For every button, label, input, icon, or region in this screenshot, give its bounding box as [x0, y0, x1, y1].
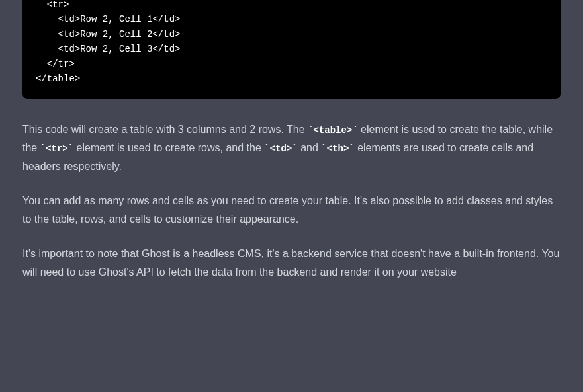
code-line: <td>Row 2, Cell 3</td>	[36, 42, 547, 56]
text-segment: This code will create a table with 3 col…	[22, 124, 308, 135]
code-line: <td>Row 2, Cell 2</td>	[36, 27, 547, 42]
code-line: </tr>	[36, 57, 547, 71]
code-line: </table>	[36, 71, 547, 86]
code-line: <td>Row 2, Cell 1</td>	[36, 12, 547, 26]
inline-code-tr: `<tr>`	[40, 143, 73, 154]
text-segment: and	[298, 142, 322, 153]
explanation-paragraph-2: You can add as many rows and cells as yo…	[22, 192, 561, 229]
inline-code-table: `<table>`	[308, 125, 358, 136]
inline-code-td: `<td>`	[264, 143, 297, 154]
code-block: <tr> <td>Row 2, Cell 1</td> <td>Row 2, C…	[22, 0, 561, 99]
code-line: <tr>	[36, 0, 547, 12]
code-content: <tr> <td>Row 2, Cell 1</td> <td>Row 2, C…	[36, 0, 547, 86]
text-segment: element is used to create rows, and the	[73, 142, 264, 153]
explanation-paragraph-1: This code will create a table with 3 col…	[22, 120, 561, 176]
explanation-paragraph-3: It's important to note that Ghost is a h…	[22, 245, 561, 282]
inline-code-th: `<th>`	[321, 143, 354, 154]
